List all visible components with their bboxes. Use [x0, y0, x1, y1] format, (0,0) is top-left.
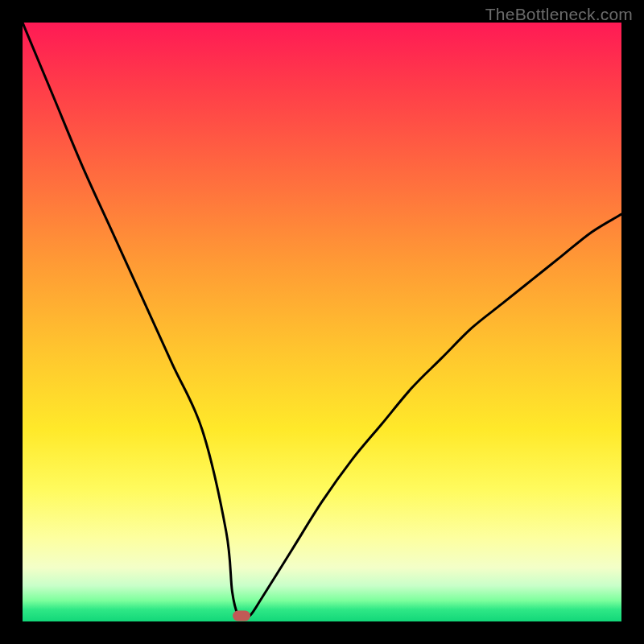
watermark-text: TheBottleneck.com [485, 5, 633, 24]
plot-area [23, 23, 621, 621]
chart-frame: TheBottleneck.com [0, 0, 644, 644]
bottleneck-curve [23, 23, 621, 621]
optimal-point-marker [233, 610, 250, 621]
